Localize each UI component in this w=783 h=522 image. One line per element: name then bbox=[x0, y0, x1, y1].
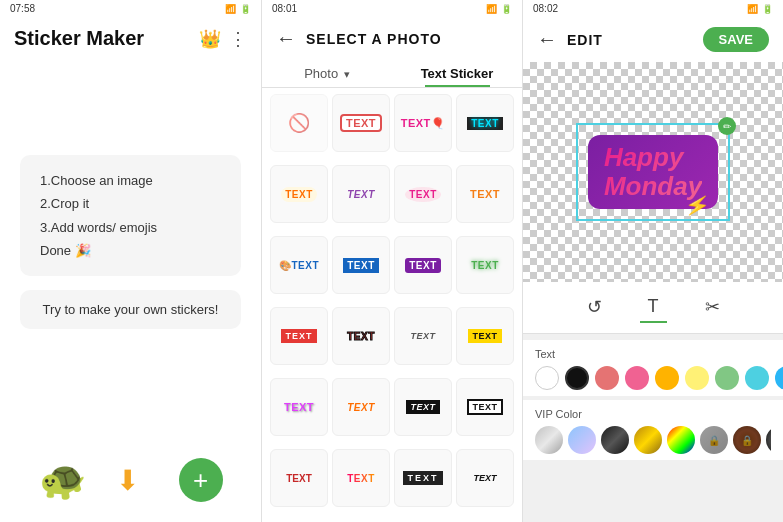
vip-swatch-6[interactable] bbox=[733, 426, 761, 454]
vip-color-section: VIP Color bbox=[523, 400, 783, 460]
sticker-label: TEXT bbox=[405, 258, 441, 273]
sticker-label: TEXT bbox=[473, 473, 496, 483]
disabled-icon: 🚫 bbox=[288, 112, 310, 134]
vip-row bbox=[535, 426, 771, 454]
sticker-label: TEXT bbox=[406, 400, 439, 414]
sticker-item[interactable]: TEXT bbox=[456, 449, 514, 507]
save-button[interactable]: SAVE bbox=[703, 27, 769, 52]
back-button-2[interactable]: ← bbox=[276, 27, 296, 50]
sticker-item[interactable]: TEXT bbox=[456, 236, 514, 294]
sticker-item[interactable]: TEXT🎈 bbox=[394, 94, 452, 152]
vip-swatch-4[interactable] bbox=[667, 426, 695, 454]
edit-header: ← EDIT SAVE bbox=[523, 17, 783, 62]
header-icons: 👑 ⋮ bbox=[199, 28, 247, 50]
sticker-grid: 🚫 TEXT TEXT🎈 TEXT TEXT TEXT TEXT TEXT 🎨T… bbox=[262, 88, 522, 522]
crown-icon[interactable]: 👑 bbox=[199, 28, 221, 50]
tab-photo[interactable]: Photo ▾ bbox=[262, 60, 392, 87]
color-swatch-red-light[interactable] bbox=[595, 366, 619, 390]
sticker-item[interactable]: TEXT bbox=[456, 94, 514, 152]
sticker-item[interactable]: TEXT bbox=[456, 165, 514, 223]
sticker-label: TEXT🎈 bbox=[401, 117, 446, 130]
tab-text-sticker[interactable]: Text Sticker bbox=[392, 60, 522, 87]
sticker-item[interactable]: TEXT bbox=[332, 94, 390, 152]
sticker-item[interactable]: TEXT bbox=[456, 307, 514, 365]
sticker-item[interactable]: TEXT bbox=[332, 165, 390, 223]
sticker-label: TEXT bbox=[347, 189, 375, 200]
color-swatch-amber[interactable] bbox=[655, 366, 679, 390]
more-options-icon[interactable]: ⋮ bbox=[229, 28, 247, 50]
sticker-item[interactable]: TEXT bbox=[394, 307, 452, 365]
sticker-item[interactable]: TEXT bbox=[394, 236, 452, 294]
sticker-label: TEXT bbox=[467, 399, 502, 415]
add-sticker-button[interactable]: + bbox=[179, 458, 223, 502]
edit-pencil-icon[interactable]: ✏ bbox=[718, 117, 736, 135]
sticker-label: TEXT bbox=[347, 402, 375, 413]
sticker-banner: HappyMonday ⚡ bbox=[588, 135, 718, 208]
status-bar-2: 08:01 📶 🔋 bbox=[262, 0, 522, 17]
rotate-tool-button[interactable]: ↺ bbox=[579, 292, 610, 323]
color-swatch-black[interactable] bbox=[565, 366, 589, 390]
sticker-item[interactable]: TEXT bbox=[332, 236, 390, 294]
panel-edit: 08:02 📶 🔋 ← EDIT SAVE ✏ HappyMonday ⚡ ↺ … bbox=[522, 0, 783, 522]
edit-title: EDIT bbox=[567, 32, 603, 48]
color-swatch-green-light[interactable] bbox=[715, 366, 739, 390]
panel2-header: ← SELECT A PHOTO bbox=[262, 17, 522, 54]
text-tool-button[interactable]: T bbox=[640, 292, 667, 323]
color-swatch-pink[interactable] bbox=[625, 366, 649, 390]
home-bottom: 🐢 ⬇ + bbox=[0, 458, 261, 522]
vip-swatch-3[interactable] bbox=[634, 426, 662, 454]
sticker-label: TEXT bbox=[286, 473, 312, 484]
color-swatch-blue-light[interactable] bbox=[775, 366, 783, 390]
text-color-section: Text bbox=[523, 340, 783, 396]
color-swatch-white[interactable] bbox=[535, 366, 559, 390]
vip-swatch-5[interactable] bbox=[700, 426, 728, 454]
panel-home: 07:58 📶 🔋 Sticker Maker 👑 ⋮ 1.Choose an … bbox=[0, 0, 261, 522]
sticker-item[interactable]: TEXT bbox=[332, 378, 390, 436]
sticker-item[interactable]: TEXT bbox=[394, 378, 452, 436]
try-label-box: Try to make your own stickers! bbox=[20, 290, 241, 329]
sticker-label: 🎨TEXT bbox=[279, 260, 319, 271]
status-icons-2: 📶 🔋 bbox=[486, 4, 512, 14]
text-tool-icon: T bbox=[648, 296, 659, 317]
sticker-label: TEXT bbox=[340, 114, 382, 132]
vip-label: VIP Color bbox=[535, 408, 771, 420]
panel-select-photo: 08:01 📶 🔋 ← SELECT A PHOTO Photo ▾ Text … bbox=[261, 0, 522, 522]
arrow-down-icon: ⬇ bbox=[116, 464, 139, 497]
sticker-item[interactable]: TEXT bbox=[270, 307, 328, 365]
sticker-item[interactable]: TEXT bbox=[394, 449, 452, 507]
sticker-item[interactable]: TEXT bbox=[270, 449, 328, 507]
sticker-label: TEXT bbox=[470, 188, 500, 200]
vip-swatch-7[interactable] bbox=[766, 426, 771, 454]
color-swatch-yellow-light[interactable] bbox=[685, 366, 709, 390]
sticker-preview: ✏ HappyMonday ⚡ bbox=[576, 123, 730, 220]
sticker-item[interactable]: 🚫 bbox=[270, 94, 328, 152]
sticker-label: TEXT bbox=[403, 471, 442, 485]
sticker-label: TEXT bbox=[347, 473, 375, 484]
sticker-item[interactable]: TEXT bbox=[394, 165, 452, 223]
vip-swatch-0[interactable] bbox=[535, 426, 563, 454]
status-time-1: 07:58 bbox=[10, 3, 35, 14]
vip-swatch-1[interactable] bbox=[568, 426, 596, 454]
sticker-item[interactable]: TEXT bbox=[332, 449, 390, 507]
home-body: 1.Choose an image 2.Crop it 3.Add words/… bbox=[0, 56, 261, 458]
sticker-item[interactable]: TEXT bbox=[270, 165, 328, 223]
step-4: Done 🎉 bbox=[40, 239, 221, 262]
try-label: Try to make your own stickers! bbox=[43, 302, 219, 317]
crop-tool-button[interactable]: ✂ bbox=[697, 292, 728, 323]
sticker-item[interactable]: TEXT bbox=[456, 378, 514, 436]
sticker-item[interactable]: TEXT bbox=[332, 307, 390, 365]
edit-canvas[interactable]: ✏ HappyMonday ⚡ bbox=[523, 62, 783, 282]
sticker-label: TEXT bbox=[468, 329, 501, 343]
status-time-3: 08:02 bbox=[533, 3, 558, 14]
sticker-label: TEXT bbox=[343, 258, 379, 273]
edit-toolbar: ↺ T ✂ bbox=[523, 282, 783, 334]
photo-tabs: Photo ▾ Text Sticker bbox=[262, 54, 522, 88]
mascot-icon: 🐢 bbox=[39, 458, 86, 502]
back-button-3[interactable]: ← bbox=[537, 28, 557, 51]
sticker-text-line1: HappyMonday bbox=[604, 143, 702, 200]
color-swatch-cyan[interactable] bbox=[745, 366, 769, 390]
sticker-item[interactable]: 🎨TEXT bbox=[270, 236, 328, 294]
sticker-item[interactable]: TEXT bbox=[270, 378, 328, 436]
color-row bbox=[535, 366, 771, 390]
vip-swatch-2[interactable] bbox=[601, 426, 629, 454]
